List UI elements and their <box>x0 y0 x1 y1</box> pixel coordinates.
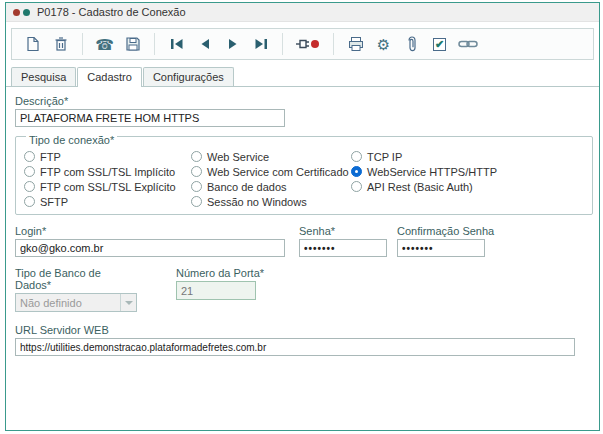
senha-label: Senha* <box>299 225 387 237</box>
confirm-button[interactable]: ✔ <box>427 32 452 57</box>
link-button[interactable] <box>455 32 480 57</box>
url-label: URL Servidor WEB <box>15 324 575 336</box>
radio-icon <box>191 166 202 177</box>
phone-icon: ☎ <box>95 37 114 52</box>
radio-label: WebService HTTPS/HTTP <box>367 166 497 178</box>
toolbar-separator <box>82 33 83 55</box>
url-field-group: URL Servidor WEB <box>15 324 575 356</box>
tab-content-cadastro: Descrição* Tipo de conexão* FTP FTP com … <box>6 86 599 430</box>
radio-ftp-ssl-explicito[interactable]: FTP com SSL/TSL Explícito <box>24 180 191 193</box>
tipo-banco-select: Não definido <box>15 293 137 312</box>
radio-webservice-https-http[interactable]: WebService HTTPS/HTTP <box>351 165 584 178</box>
login-field-group: Login* <box>15 225 285 257</box>
radio-label: SFTP <box>40 196 68 208</box>
senha-input[interactable] <box>299 239 387 257</box>
settings-button[interactable]: ⚙ <box>371 32 396 57</box>
last-record-icon <box>254 38 268 50</box>
first-record-button[interactable] <box>164 32 189 57</box>
save-button[interactable] <box>120 32 145 57</box>
radio-label: FTP com SSL/TSL Explícito <box>40 181 176 193</box>
descricao-field-group: Descrição* <box>15 95 285 127</box>
radio-label: API Rest (Basic Auth) <box>367 181 473 193</box>
dropdown-button <box>120 294 136 311</box>
phone-button[interactable]: ☎ <box>92 32 117 57</box>
last-record-button[interactable] <box>248 32 273 57</box>
senha-field-group: Senha* <box>299 225 387 257</box>
radio-sftp[interactable]: SFTP <box>24 195 191 208</box>
app-window: P0178 - Cadastro de Conexão ☎ <box>5 2 600 431</box>
radio-icon <box>24 196 35 207</box>
tipo-conexao-group: Tipo de conexão* FTP FTP com SSL/TSL Imp… <box>15 136 593 215</box>
banco-porta-row: Tipo de Banco de Dados* Não definido Núm… <box>15 267 590 312</box>
radio-sessao-windows[interactable]: Sessão no Windows <box>191 195 351 208</box>
radio-banco-de-dados[interactable]: Banco de dados <box>191 180 351 193</box>
next-record-icon <box>227 38 239 50</box>
radio-label: Web Service <box>207 151 269 163</box>
url-row: URL Servidor WEB <box>15 324 590 356</box>
title-bar: P0178 - Cadastro de Conexão <box>6 3 599 22</box>
radio-label: FTP <box>40 151 61 163</box>
radio-ftp[interactable]: FTP <box>24 150 191 163</box>
radio-column-2: Web Service Web Service com Certificado … <box>191 150 351 208</box>
descricao-input[interactable] <box>15 109 285 127</box>
tab-configuracoes[interactable]: Configurações <box>143 67 234 86</box>
radio-web-service[interactable]: Web Service <box>191 150 351 163</box>
previous-record-icon <box>199 38 211 50</box>
connection-plug-icon <box>295 37 321 51</box>
tipo-conexao-legend: Tipo de conexão* <box>26 134 117 146</box>
toolbar: ☎ ⚙ ✔ <box>11 28 594 60</box>
new-button[interactable] <box>20 32 45 57</box>
radio-icon <box>351 151 362 162</box>
connection-status-button[interactable] <box>292 32 324 57</box>
checked-checkbox-icon: ✔ <box>433 38 446 51</box>
confirmacao-senha-label: Confirmação Senha <box>397 225 507 237</box>
radio-icon <box>191 196 202 207</box>
previous-record-button[interactable] <box>192 32 217 57</box>
print-button[interactable] <box>343 32 368 57</box>
radio-icon <box>351 166 362 177</box>
tipo-banco-label: Tipo de Banco de Dados* <box>15 267 137 291</box>
url-input[interactable] <box>15 338 575 356</box>
login-row: Login* Senha* Confirmação Senha <box>15 225 590 257</box>
radio-web-service-certificado[interactable]: Web Service com Certificado <box>191 165 351 178</box>
radio-label: Sessão no Windows <box>207 196 307 208</box>
porta-field-group: Número da Porta* <box>176 267 266 312</box>
radio-icon <box>24 151 35 162</box>
delete-button[interactable] <box>48 32 73 57</box>
tipo-banco-value: Não definido <box>16 297 120 309</box>
radio-columns: FTP FTP com SSL/TSL Implícito FTP com SS… <box>24 150 584 208</box>
save-icon <box>125 36 141 52</box>
trash-icon <box>53 36 69 52</box>
chevron-down-icon <box>125 301 133 305</box>
chain-link-icon <box>458 38 478 50</box>
tipo-banco-field-group: Tipo de Banco de Dados* Não definido <box>15 267 137 312</box>
window-title: P0178 - Cadastro de Conexão <box>37 6 186 18</box>
porta-input <box>176 281 256 300</box>
tab-pesquisa[interactable]: Pesquisa <box>11 67 76 86</box>
radio-ftp-ssl-implicito[interactable]: FTP com SSL/TSL Implícito <box>24 165 191 178</box>
radio-icon <box>24 181 35 192</box>
radio-icon <box>191 181 202 192</box>
toolbar-separator <box>333 33 334 55</box>
tab-cadastro[interactable]: Cadastro <box>77 67 142 87</box>
radio-icon <box>351 181 362 192</box>
radio-icon <box>24 166 35 177</box>
next-record-button[interactable] <box>220 32 245 57</box>
radio-api-rest[interactable]: API Rest (Basic Auth) <box>351 180 584 193</box>
gear-icon: ⚙ <box>377 37 390 52</box>
radio-label: TCP IP <box>367 151 402 163</box>
login-input[interactable] <box>15 239 285 257</box>
paperclip-icon <box>405 36 419 52</box>
first-record-icon <box>170 38 184 50</box>
new-document-icon <box>25 36 41 52</box>
toolbar-separator <box>154 33 155 55</box>
radio-label: Web Service com Certificado <box>207 166 349 178</box>
radio-label: Banco de dados <box>207 181 287 193</box>
radio-label: FTP com SSL/TSL Implícito <box>40 166 175 178</box>
attachments-button[interactable] <box>399 32 424 57</box>
radio-column-3: TCP IP WebService HTTPS/HTTP API Rest (B… <box>351 150 584 208</box>
radio-tcp-ip[interactable]: TCP IP <box>351 150 584 163</box>
tab-strip: Pesquisa Cadastro Configurações <box>11 67 599 86</box>
confirmacao-senha-input[interactable] <box>397 239 485 257</box>
login-label: Login* <box>15 225 285 237</box>
